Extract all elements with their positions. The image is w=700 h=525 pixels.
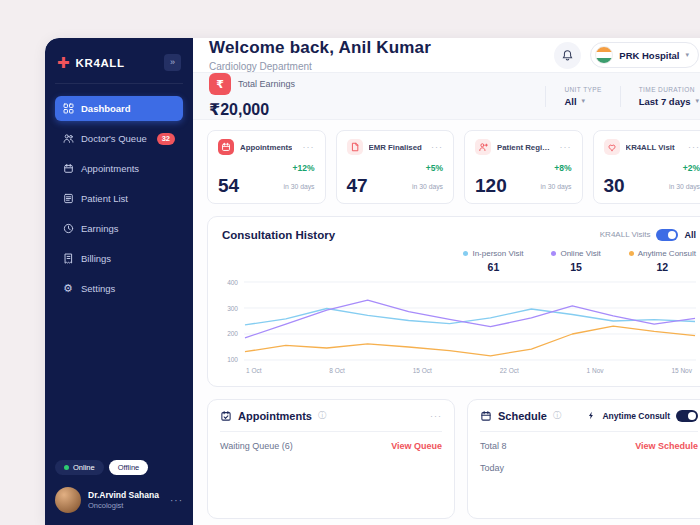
doctor-avatar bbox=[55, 487, 81, 513]
stat-label: Appointments bbox=[240, 143, 292, 152]
stat-value: 120 bbox=[475, 176, 507, 195]
hospital-logo bbox=[595, 46, 613, 64]
stat-period: in 30 days bbox=[541, 183, 572, 190]
view-queue-link[interactable]: View Queue bbox=[391, 441, 442, 451]
sidebar-item-label: Settings bbox=[81, 283, 115, 294]
sidebar-item-appointments[interactable]: Appointments bbox=[55, 156, 183, 181]
legend-value: 15 bbox=[570, 261, 582, 273]
heart-icon bbox=[607, 142, 617, 152]
kr4all-cross-icon: ✚ bbox=[57, 55, 70, 70]
chevron-down-icon: ▾ bbox=[695, 97, 699, 105]
x-tick: 8 Oct bbox=[329, 367, 345, 374]
anytime-consult-label: Anytime Consult bbox=[602, 411, 670, 421]
legend-value: 61 bbox=[488, 261, 500, 273]
notifications-button[interactable] bbox=[554, 42, 581, 69]
doctor-role: Oncologist bbox=[88, 501, 159, 510]
schedule-total: Total 8 bbox=[480, 441, 507, 451]
people-icon bbox=[63, 133, 74, 144]
hospital-selector[interactable]: PRK Hospital ▾ bbox=[590, 42, 699, 68]
sidebar-item-doctors-queue[interactable]: Doctor's Queue 32 bbox=[55, 126, 183, 151]
gear-icon: ⚙ bbox=[63, 283, 74, 294]
sidebar: ✚ KR4ALL » Dashboard Doctor's Queue 32 A… bbox=[45, 38, 193, 525]
appointments-card: Appointments ⓘ ··· Waiting Queue (6) Vie… bbox=[207, 399, 455, 519]
doctor-name: Dr.Arvind Sahana bbox=[88, 490, 159, 501]
calendar-check-icon bbox=[220, 410, 232, 422]
offline-label: Offline bbox=[118, 463, 140, 472]
more-options-icon[interactable]: ··· bbox=[430, 411, 442, 421]
x-tick: 22 Oct bbox=[500, 367, 519, 374]
stat-delta: +2% bbox=[669, 163, 700, 174]
queue-count-badge: 32 bbox=[157, 133, 175, 145]
x-tick: 1 Oct bbox=[246, 367, 262, 374]
sidebar-item-settings[interactable]: ⚙ Settings bbox=[55, 276, 183, 301]
consultation-title: Consultation History bbox=[222, 229, 335, 241]
sidebar-item-label: Appointments bbox=[81, 163, 139, 174]
page-subtitle: Cardiology Department bbox=[209, 61, 431, 72]
x-tick: 15 Nov bbox=[671, 367, 692, 374]
y-tick: 300 bbox=[222, 305, 238, 312]
stat-label: Patient Registrations bbox=[497, 143, 554, 152]
offline-status-chip[interactable]: Offline bbox=[109, 460, 149, 475]
stat-value: 54 bbox=[218, 176, 239, 195]
main-content: Welcome back, Anil Kumar Cardiology Depa… bbox=[193, 38, 700, 525]
kr4all-visits-toggle-value: All bbox=[684, 230, 696, 240]
sidebar-item-label: Dashboard bbox=[81, 103, 131, 114]
info-icon[interactable]: ⓘ bbox=[553, 410, 561, 421]
schedule-sub-label: Today bbox=[480, 463, 504, 473]
stat-cards-row: Appointments ··· 54 +12%in 30 days EMR F… bbox=[193, 120, 700, 204]
dashboard-grid-icon bbox=[63, 103, 74, 114]
more-options-icon[interactable]: ··· bbox=[303, 142, 315, 152]
sidebar-collapse-button[interactable]: » bbox=[164, 54, 181, 71]
online-label: Online bbox=[73, 463, 95, 472]
chevron-down-icon: ▾ bbox=[685, 51, 689, 59]
time-duration-dropdown[interactable]: Time Duration Last 7 days▾ bbox=[620, 86, 699, 107]
chevron-down-icon: ▾ bbox=[582, 97, 586, 105]
sidebar-profile[interactable]: Dr.Arvind Sahana Oncologist ··· bbox=[55, 487, 183, 513]
sidebar-item-dashboard[interactable]: Dashboard bbox=[55, 96, 183, 121]
stat-label: KR4ALL Visit bbox=[626, 143, 675, 152]
chart-legend: In-person Visit 61 Online Visit 15 Anyti… bbox=[222, 249, 696, 273]
stat-label: EMR Finalised bbox=[369, 143, 422, 152]
sidebar-menu: Dashboard Doctor's Queue 32 Appointments… bbox=[55, 96, 183, 306]
legend-dot-icon bbox=[463, 251, 468, 256]
time-duration-label: Time Duration bbox=[639, 86, 699, 93]
unit-type-dropdown[interactable]: Unit Type All▾ bbox=[545, 86, 601, 107]
legend-label: Online Visit bbox=[560, 249, 600, 258]
y-tick: 100 bbox=[222, 356, 238, 363]
lightning-icon bbox=[587, 411, 596, 420]
sidebar-item-earnings[interactable]: Earnings bbox=[55, 216, 183, 241]
stat-value: 30 bbox=[604, 176, 625, 195]
kr4all-visits-toggle[interactable] bbox=[656, 229, 678, 241]
view-schedule-link[interactable]: View Schedule bbox=[635, 441, 698, 451]
stat-value: 47 bbox=[347, 176, 368, 195]
legend-label: Anytime Consult bbox=[638, 249, 696, 258]
clock-icon bbox=[63, 223, 74, 234]
more-options-icon[interactable]: ··· bbox=[431, 142, 443, 152]
person-add-icon bbox=[478, 142, 488, 152]
sidebar-item-patient-list[interactable]: Patient List bbox=[55, 186, 183, 211]
list-icon bbox=[63, 193, 74, 204]
page-header: Welcome back, Anil Kumar Cardiology Depa… bbox=[193, 38, 700, 73]
app-window: ✚ KR4ALL » Dashboard Doctor's Queue 32 A… bbox=[45, 38, 700, 525]
online-status-chip[interactable]: Online bbox=[55, 460, 104, 475]
sidebar-item-label: Doctor's Queue bbox=[81, 133, 147, 144]
more-options-icon[interactable]: ··· bbox=[688, 142, 700, 152]
info-icon[interactable]: ⓘ bbox=[318, 410, 326, 421]
sidebar-item-label: Billings bbox=[81, 253, 111, 264]
stat-card-appointments: Appointments ··· 54 +12%in 30 days bbox=[207, 130, 326, 204]
y-tick: 400 bbox=[222, 279, 238, 286]
receipt-icon bbox=[63, 253, 74, 264]
sidebar-item-label: Earnings bbox=[81, 223, 119, 234]
availability-toggle: Online Offline bbox=[55, 460, 183, 475]
sidebar-item-label: Patient List bbox=[81, 193, 128, 204]
profile-more-icon[interactable]: ··· bbox=[170, 495, 183, 506]
calendar-icon bbox=[221, 142, 231, 152]
stat-period: in 30 days bbox=[412, 183, 443, 190]
legend-item: Anytime Consult 12 bbox=[629, 249, 696, 273]
more-options-icon[interactable]: ··· bbox=[560, 142, 572, 152]
sidebar-item-billings[interactable]: Billings bbox=[55, 246, 183, 271]
legend-value: 12 bbox=[657, 261, 669, 273]
stat-card-emr: EMR Finalised ··· 47 +5%in 30 days bbox=[336, 130, 455, 204]
bottom-cards-row: Appointments ⓘ ··· Waiting Queue (6) Vie… bbox=[193, 387, 700, 525]
anytime-consult-toggle[interactable] bbox=[676, 410, 698, 422]
